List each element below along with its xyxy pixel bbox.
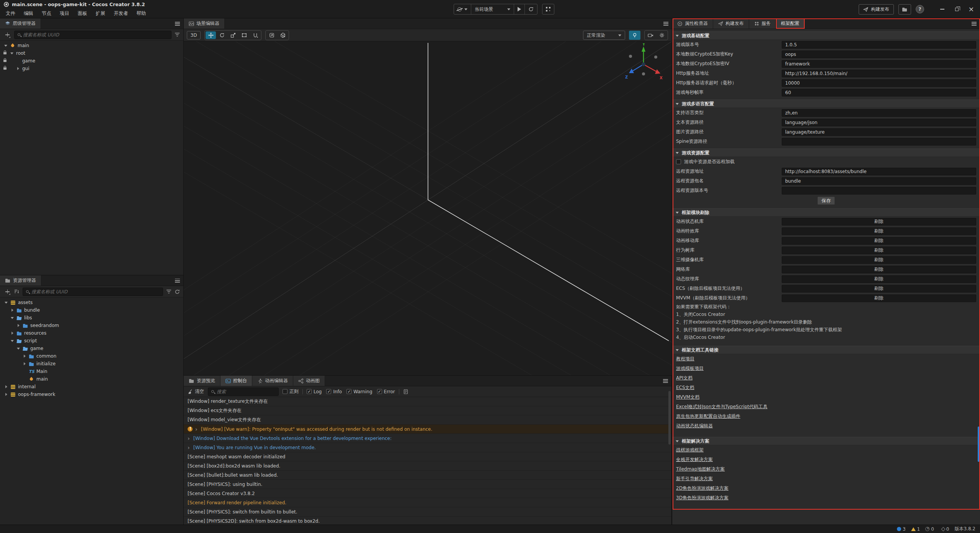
- field-input[interactable]: [782, 187, 976, 195]
- solution-link[interactable]: 3D角色扮演游戏解决方案: [676, 495, 728, 501]
- tab-build-publish[interactable]: 构建发布: [713, 18, 749, 29]
- field-input[interactable]: framework: [782, 60, 976, 68]
- pivot-toggle-button[interactable]: [266, 31, 277, 39]
- section-module-remove[interactable]: 框架模块剔除: [672, 208, 980, 217]
- build-publish-button[interactable]: 构建发布: [859, 4, 894, 15]
- log-filter-checkbox[interactable]: Log: [307, 389, 322, 394]
- field-input[interactable]: 10000: [782, 79, 976, 87]
- panel-menu-icon[interactable]: [175, 22, 180, 26]
- menu-item[interactable]: 节点: [38, 10, 56, 17]
- menu-item[interactable]: 编辑: [20, 10, 38, 17]
- chevron-icon[interactable]: [16, 67, 20, 71]
- chevron-icon[interactable]: [10, 51, 14, 56]
- solution-link[interactable]: 2D角色扮演游戏解决方案: [676, 485, 728, 492]
- doc-link[interactable]: ECS文档: [676, 384, 694, 391]
- remove-module-button[interactable]: 剔除: [782, 256, 976, 264]
- tab-services[interactable]: 服务: [749, 18, 776, 29]
- menu-item[interactable]: 帮助: [132, 10, 150, 17]
- preview-qr-button[interactable]: [542, 4, 554, 15]
- log-row[interactable]: [Scene] meshopt wasm decoder initialized: [184, 452, 671, 461]
- menu-item[interactable]: 项目: [56, 10, 74, 17]
- chevron-icon[interactable]: [4, 385, 8, 389]
- field-input[interactable]: oops: [782, 51, 976, 58]
- menu-item[interactable]: 开发者: [109, 10, 132, 17]
- tree-row[interactable]: assets: [0, 299, 183, 306]
- chevron-icon[interactable]: [23, 354, 27, 358]
- tree-row[interactable]: seedrandom: [0, 322, 183, 329]
- field-input[interactable]: 60: [782, 89, 976, 96]
- status-error-count[interactable]: 0: [925, 526, 934, 532]
- panel-menu-icon[interactable]: [663, 22, 668, 26]
- help-button[interactable]: [916, 5, 924, 13]
- close-button[interactable]: [966, 4, 976, 14]
- expand-chevron-icon[interactable]: [188, 435, 191, 441]
- solution-link[interactable]: 新手引导解决方案: [676, 476, 713, 482]
- console-scrollbar[interactable]: [668, 391, 671, 445]
- minimize-button[interactable]: [937, 4, 947, 14]
- log-row[interactable]: [Scene] Cocos Creator v3.8.2: [184, 489, 671, 498]
- log-row[interactable]: [Window] You are running Vue in developm…: [184, 443, 671, 452]
- log-row[interactable]: [Window] Download the Vue Devtools exten…: [184, 434, 671, 443]
- 3d-toggle-button[interactable]: 3D: [187, 31, 201, 39]
- tree-row[interactable]: script: [0, 337, 183, 345]
- assets-search-input[interactable]: [31, 289, 160, 294]
- tab-console[interactable]: 控制台: [220, 376, 252, 386]
- maximize-button[interactable]: [952, 4, 962, 14]
- log-row[interactable]: [Scene] [box2d]:box2d wasm lib loaded.: [184, 461, 671, 471]
- section-solutions[interactable]: 框架解决方案: [672, 437, 980, 445]
- log-filter-checkbox[interactable]: Info: [326, 389, 342, 394]
- section-doc-links[interactable]: 框架文档工具链接: [672, 346, 980, 354]
- remove-module-button[interactable]: 剔除: [782, 266, 976, 273]
- sort-icon[interactable]: [14, 289, 20, 294]
- status-log-count[interactable]: 3: [897, 526, 906, 532]
- tree-row[interactable]: internal: [0, 383, 183, 391]
- menu-item[interactable]: 文件: [2, 10, 20, 17]
- log-row[interactable]: [Window] ecs文件夹存在: [184, 406, 671, 415]
- create-asset-button[interactable]: [3, 288, 11, 296]
- platform-selector[interactable]: [454, 4, 471, 14]
- remove-module-button[interactable]: 剔除: [782, 285, 976, 293]
- create-node-button[interactable]: [3, 31, 11, 39]
- clear-console-button[interactable]: 清空: [188, 388, 204, 395]
- inspector-scrollbar[interactable]: [978, 427, 980, 462]
- tab-inspector[interactable]: 属性检查器: [672, 18, 713, 29]
- field-input[interactable]: http://localhost:8083/assets/bundle: [782, 168, 976, 175]
- move-tool-button[interactable]: [206, 31, 216, 39]
- open-project-folder-button[interactable]: [898, 4, 911, 15]
- chevron-icon[interactable]: [4, 392, 8, 397]
- field-input[interactable]: 1.0.5: [782, 41, 976, 49]
- status-warning-count[interactable]: 1: [911, 526, 920, 532]
- render-mode-select[interactable]: 正常渲染: [583, 31, 625, 40]
- tree-row[interactable]: libs: [0, 314, 183, 322]
- panel-menu-icon[interactable]: [663, 379, 668, 383]
- axis-gizmo[interactable]: Y X Z: [624, 43, 663, 82]
- chevron-icon[interactable]: [10, 308, 15, 312]
- filter-icon[interactable]: [166, 289, 172, 294]
- chevron-icon[interactable]: [4, 301, 8, 305]
- doc-link[interactable]: 原生包热更新配置自动生成插件: [676, 413, 740, 420]
- tree-row[interactable]: common: [0, 352, 183, 360]
- field-input[interactable]: language/texture: [782, 128, 976, 136]
- coordinate-toggle-button[interactable]: [278, 31, 288, 39]
- scene-selector[interactable]: 当前场景: [471, 4, 514, 14]
- remove-module-button[interactable]: 剔除: [782, 247, 976, 254]
- tab-hierarchy[interactable]: 层级管理器: [0, 18, 41, 29]
- panel-menu-icon[interactable]: [972, 22, 977, 26]
- log-row[interactable]: [Scene] Forward render pipeline initiali…: [184, 498, 671, 507]
- solution-link[interactable]: 全栈开发解决方案: [676, 456, 713, 463]
- chevron-icon[interactable]: [16, 324, 21, 328]
- remove-module-button[interactable]: 剔除: [782, 237, 976, 245]
- solution-link[interactable]: Tiledmap地图解决方案: [676, 466, 725, 473]
- remove-module-button[interactable]: 剔除: [782, 275, 976, 283]
- field-input[interactable]: language/json: [782, 119, 976, 126]
- menu-item[interactable]: 扩展: [91, 10, 109, 17]
- chevron-icon[interactable]: [10, 331, 15, 335]
- tree-row[interactable]: game: [0, 345, 183, 352]
- remove-module-button[interactable]: 剔除: [782, 227, 976, 235]
- rotate-tool-button[interactable]: [217, 31, 227, 39]
- tree-row[interactable]: game: [0, 57, 183, 65]
- save-button[interactable]: 保存: [817, 196, 835, 205]
- expand-chevron-icon[interactable]: [188, 445, 191, 451]
- tab-asset-preview[interactable]: 资源预览: [184, 376, 220, 386]
- tab-scene-editor[interactable]: 场景编辑器: [184, 18, 225, 29]
